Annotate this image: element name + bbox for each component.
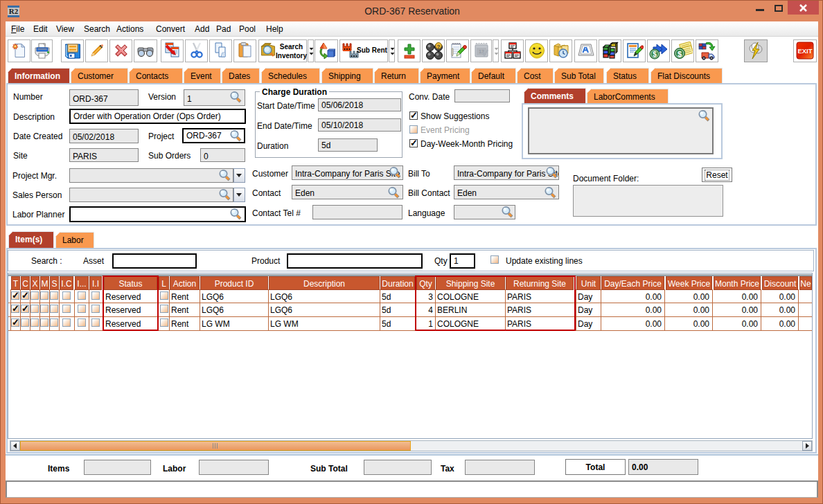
svg-text:?: ? — [437, 44, 441, 50]
svg-text:$: $ — [653, 51, 657, 58]
svg-text:$: $ — [678, 50, 682, 58]
svg-text:EXIT: EXIT — [797, 47, 812, 55]
